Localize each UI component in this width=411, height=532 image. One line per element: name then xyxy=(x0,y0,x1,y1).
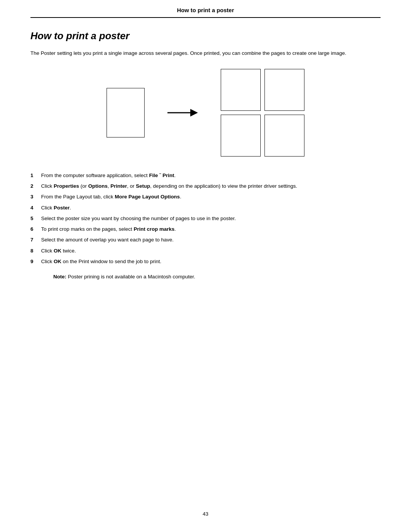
step-number-1: 1 xyxy=(30,172,41,179)
step-6: 6 To print crop marks on the pages, sele… xyxy=(30,225,381,233)
svg-marker-1 xyxy=(190,109,198,117)
step-2: 2 Click Properties (or Options, Printer,… xyxy=(30,182,381,190)
step-5: 5 Select the poster size you want by cho… xyxy=(30,215,381,222)
step-text-7: Select the amount of overlap you want ea… xyxy=(41,236,381,244)
step-text-9: Click OK on the Print window to send the… xyxy=(41,258,381,265)
page-footer: 43 xyxy=(0,511,411,517)
poster-page-bottom-right xyxy=(264,115,304,157)
arrow-icon xyxy=(167,105,198,120)
step-9: 9 Click OK on the Print window to send t… xyxy=(30,258,381,265)
poster-pages-illustration xyxy=(221,69,304,157)
step-number-7: 7 xyxy=(30,236,41,244)
step-4: 4 Click Poster. xyxy=(30,204,381,212)
single-page-illustration xyxy=(107,88,145,137)
poster-page-bottom-left xyxy=(221,115,261,157)
main-title: How to print a poster xyxy=(30,30,381,42)
step-text-8: Click OK twice. xyxy=(41,247,381,255)
step-number-2: 2 xyxy=(30,182,41,190)
steps-list: 1 From the computer software application… xyxy=(30,172,381,265)
step-number-8: 8 xyxy=(30,247,41,255)
step-text-1: From the computer software application, … xyxy=(41,172,381,179)
page-number: 43 xyxy=(202,511,208,517)
note-text: Note: Poster prining is not available on… xyxy=(53,274,195,280)
header-title: How to print a poster xyxy=(177,7,234,13)
step-number-6: 6 xyxy=(30,225,41,233)
poster-diagram xyxy=(30,69,381,157)
poster-page-top-right xyxy=(264,69,304,111)
arrow-container xyxy=(167,105,198,120)
step-text-2: Click Properties (or Options, Printer, o… xyxy=(41,182,381,190)
step-number-3: 3 xyxy=(30,193,41,201)
page-container: How to print a poster How to print a pos… xyxy=(0,0,411,532)
page-header: How to print a poster xyxy=(30,0,381,18)
step-3: 3 From the Page Layout tab, click More P… xyxy=(30,193,381,201)
step-number-4: 4 xyxy=(30,204,41,212)
step-8: 8 Click OK twice. xyxy=(30,247,381,255)
step-text-3: From the Page Layout tab, click More Pag… xyxy=(41,193,381,201)
step-text-4: Click Poster. xyxy=(41,204,381,212)
step-7: 7 Select the amount of overlap you want … xyxy=(30,236,381,244)
poster-page-top-left xyxy=(221,69,261,111)
intro-paragraph: The Poster setting lets you print a sing… xyxy=(30,50,365,58)
step-1: 1 From the computer software application… xyxy=(30,172,381,179)
note-box: Note: Poster prining is not available on… xyxy=(53,273,381,281)
step-text-5: Select the poster size you want by choos… xyxy=(41,215,381,222)
step-number-5: 5 xyxy=(30,215,41,222)
step-number-9: 9 xyxy=(30,258,41,265)
step-text-6: To print crop marks on the pages, select… xyxy=(41,225,381,233)
